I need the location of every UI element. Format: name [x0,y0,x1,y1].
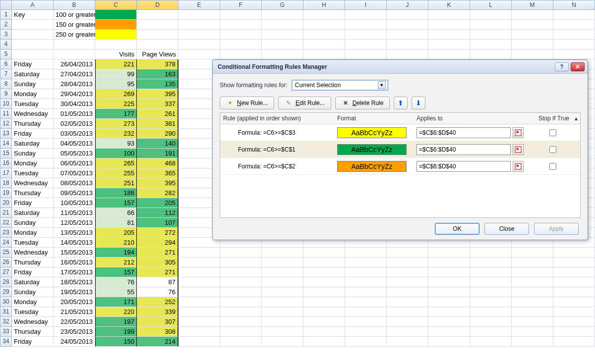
row-header-5[interactable]: 5 [0,50,12,59]
cell-blank[interactable] [428,267,470,277]
cell-blank[interactable] [428,20,470,30]
cell-pageviews[interactable]: 252 [137,297,178,307]
cell-blank[interactable] [553,258,595,267]
cell-blank[interactable] [470,50,512,59]
cell-blank[interactable] [345,20,387,30]
cell-blank[interactable] [345,267,387,277]
cell-pageviews[interactable]: 337 [137,99,178,109]
cell-visits[interactable]: 55 [95,287,137,297]
cell-blank[interactable] [303,327,345,337]
cell-day[interactable]: Thursday [12,327,54,337]
cell-blank[interactable] [553,287,595,297]
cell-date[interactable]: 05/05/2013 [54,149,95,158]
row-header-28[interactable]: 28 [0,277,12,287]
delete-rule-button[interactable]: ✕ Delete Rule [335,97,390,109]
cell-blank[interactable] [178,287,220,297]
cell-blank[interactable] [512,20,553,30]
column-header-N[interactable]: N [553,0,595,10]
cell-blank[interactable] [512,317,553,327]
cell-day[interactable]: Tuesday [12,168,54,178]
cell-blank[interactable] [345,50,387,59]
cell-day[interactable]: Saturday [12,69,54,79]
row-header-11[interactable]: 11 [0,109,12,119]
cell-blank[interactable] [345,248,387,258]
cell-date[interactable]: 12/05/2013 [54,218,95,228]
cell-date[interactable]: 15/05/2013 [54,248,95,258]
cell-day[interactable]: Tuesday [12,307,54,317]
cell-date[interactable]: 02/05/2013 [54,119,95,129]
cell-pageviews[interactable]: 87 [137,277,178,287]
cell-blank[interactable] [262,327,303,337]
cell-day[interactable]: Sunday [12,218,54,228]
cell-blank[interactable] [137,30,178,40]
cell-date[interactable]: 08/05/2013 [54,178,95,188]
cell-visits[interactable]: 93 [95,139,137,149]
cell-visits[interactable]: 273 [95,119,137,129]
cell-blank[interactable] [137,10,178,20]
cell-blank[interactable] [12,40,54,50]
cell-blank[interactable] [470,317,512,327]
close-dialog-button[interactable]: Close [484,223,529,235]
row-header-31[interactable]: 31 [0,307,12,317]
cell-blank[interactable] [178,20,220,30]
cell-day[interactable]: Wednesday [12,248,54,258]
new-rule-button[interactable]: ✦ New Rule... [220,97,274,109]
cell-day[interactable]: Thursday [12,188,54,198]
row-header-29[interactable]: 29 [0,287,12,297]
cell-blank[interactable] [220,287,262,297]
range-picker-button[interactable] [513,144,524,155]
key-swatch-yellow[interactable] [95,30,137,40]
cell-blank[interactable] [262,40,303,50]
cell-visits[interactable]: 210 [95,238,137,248]
key-swatch-green[interactable] [95,10,137,20]
cell-blank[interactable] [303,10,345,20]
cell-pageviews[interactable]: 135 [137,79,178,89]
cell-blank[interactable] [428,258,470,267]
cell-pageviews[interactable]: 381 [137,119,178,129]
cell-date[interactable]: 27/04/2013 [54,69,95,79]
cell-key-desc[interactable]: 150 or greater [54,20,95,30]
column-header-J[interactable]: J [387,0,428,10]
cell-blank[interactable] [428,40,470,50]
column-header-G[interactable]: G [262,0,303,10]
cell-blank[interactable] [220,50,262,59]
cell-blank[interactable] [220,30,262,40]
cell-day[interactable]: Monday [12,228,54,238]
column-header-H[interactable]: H [303,0,345,10]
cell-blank[interactable] [345,277,387,287]
stop-if-true-checkbox[interactable] [549,163,556,170]
cell-blank[interactable] [178,317,220,327]
cell-blank[interactable] [428,327,470,337]
cell-blank[interactable] [470,267,512,277]
cell-date[interactable]: 28/04/2013 [54,79,95,89]
cell-blank[interactable] [303,248,345,258]
cell-pageviews[interactable]: 214 [137,337,178,347]
cell-blank[interactable] [470,327,512,337]
cell-blank[interactable] [303,258,345,267]
cell-blank[interactable] [428,337,470,347]
cell-date[interactable]: 23/05/2013 [54,327,95,337]
cell-blank[interactable] [428,30,470,40]
cell-blank[interactable] [220,258,262,267]
column-header-M[interactable]: M [512,0,553,10]
column-header-D[interactable]: D [137,0,178,10]
cell-blank[interactable] [387,20,428,30]
cell-visits[interactable]: 225 [95,99,137,109]
cell-blank[interactable] [303,267,345,277]
cell-blank[interactable] [345,317,387,327]
cell-date[interactable]: 14/05/2013 [54,238,95,248]
cell-visits[interactable]: 212 [95,258,137,267]
cell-date[interactable]: 03/05/2013 [54,129,95,139]
cell-day[interactable]: Tuesday [12,238,54,248]
column-header-K[interactable]: K [428,0,470,10]
row-header-23[interactable]: 23 [0,228,12,238]
cell-visits[interactable]: 188 [95,188,137,198]
cell-pageviews[interactable]: 191 [137,149,178,158]
cell-blank[interactable] [303,20,345,30]
cell-blank[interactable] [553,297,595,307]
cell-blank[interactable] [387,267,428,277]
cell-blank[interactable] [262,30,303,40]
cell-blank[interactable] [553,327,595,337]
cell-day[interactable]: Tuesday [12,99,54,109]
cell-blank[interactable] [345,307,387,317]
